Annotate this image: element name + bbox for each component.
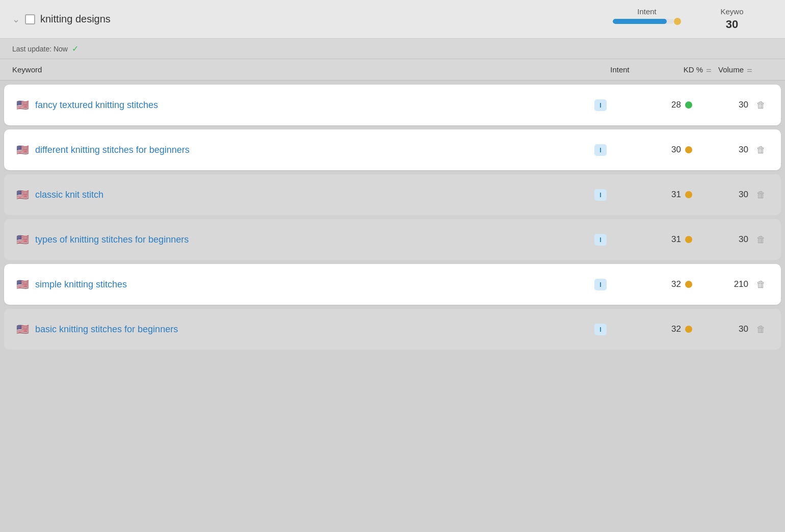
row-delete-cell: 🗑 [753,188,769,202]
intent-badge: I [594,144,607,156]
flag-icon: 🇺🇸 [16,233,29,246]
row-keyword-cell: 🇺🇸 fancy textured knitting stitches [16,99,570,111]
delete-button[interactable]: 🗑 [754,188,768,202]
intent-bar-fill [613,19,667,24]
row-delete-cell: 🗑 [753,232,769,247]
kd-dot [685,146,692,153]
intent-bar-dot [674,18,681,25]
row-kd-cell: 31 [631,234,692,245]
row-kd-cell: 32 [631,279,692,289]
intent-badge: I [594,234,607,246]
volume-col-header[interactable]: Volume ⚌ [712,65,773,74]
flag-icon: 🇺🇸 [16,323,29,335]
volume-filter-icon[interactable]: ⚌ [747,66,752,73]
rows-container: 🇺🇸 fancy textured knitting stitches I 28… [0,81,785,358]
table-row: 🇺🇸 simple knitting stitches I 32 210 🗑 [4,264,781,305]
row-intent-cell: I [570,234,631,246]
kd-filter-icon[interactable]: ⚌ [706,66,712,73]
row-volume-cell: 30 [692,100,753,110]
row-volume-cell: 30 [692,234,753,245]
table-row: 🇺🇸 fancy textured knitting stitches I 28… [4,85,781,125]
page-title: knitting designs [40,13,111,25]
row-intent-cell: I [570,324,631,335]
row-intent-cell: I [570,279,631,290]
header-left: ⌄ knitting designs [12,13,613,25]
row-delete-cell: 🗑 [753,98,769,113]
flag-icon: 🇺🇸 [16,99,29,111]
delete-button[interactable]: 🗑 [754,98,768,113]
status-bar: Last update: Now ✓ [0,39,785,59]
intent-badge: I [594,324,607,335]
row-delete-cell: 🗑 [753,277,769,292]
keyword-link[interactable]: different knitting stitches for beginner… [35,145,190,155]
kd-dot [685,236,692,243]
table-row: 🇺🇸 classic knit stitch I 31 30 🗑 [4,174,781,215]
row-volume-cell: 30 [692,190,753,200]
keyword-link[interactable]: simple knitting stitches [35,279,127,290]
keyword-link[interactable]: fancy textured knitting stitches [35,100,158,111]
keyword-link[interactable]: basic knitting stitches for beginners [35,324,178,335]
delete-button[interactable]: 🗑 [754,277,768,292]
chevron-down-icon[interactable]: ⌄ [12,14,20,25]
keyword-col-label: Keywo [720,7,743,16]
keyword-count-value: 30 [726,18,738,31]
intent-column-header: Intent [613,7,681,25]
row-keyword-cell: 🇺🇸 classic knit stitch [16,189,570,201]
row-delete-cell: 🗑 [753,143,769,157]
row-kd-cell: 31 [631,190,692,200]
keyword-count-col: Keywo 30 [712,7,752,31]
kd-dot [685,191,692,198]
row-keyword-cell: 🇺🇸 basic knitting stitches for beginners [16,323,570,335]
kd-dot [685,326,692,333]
kd-dot [685,281,692,288]
row-kd-cell: 30 [631,145,692,155]
row-intent-cell: I [570,189,631,201]
intent-badge: I [594,99,607,111]
intent-badge: I [594,189,607,201]
keyword-link[interactable]: types of knitting stitches for beginners [35,234,189,245]
row-kd-cell: 32 [631,324,692,334]
kd-dot [685,101,692,109]
row-volume-cell: 210 [692,279,753,289]
intent-label: Intent [637,7,657,16]
table-row: 🇺🇸 types of knitting stitches for beginn… [4,219,781,260]
delete-button[interactable]: 🗑 [754,322,768,337]
row-keyword-cell: 🇺🇸 simple knitting stitches [16,278,570,290]
intent-bar-container [613,18,681,25]
row-intent-cell: I [570,144,631,156]
delete-button[interactable]: 🗑 [754,143,768,157]
select-all-checkbox[interactable] [25,14,35,24]
column-headers: Keyword Intent KD % ⚌ Volume ⚌ [0,59,785,81]
header-right: Intent Keywo 30 [613,7,773,31]
last-update-text: Last update: Now [12,45,68,53]
row-kd-cell: 28 [631,100,692,110]
row-delete-cell: 🗑 [753,322,769,337]
table-row: 🇺🇸 basic knitting stitches for beginners… [4,309,781,350]
row-keyword-cell: 🇺🇸 different knitting stitches for begin… [16,144,570,156]
row-volume-cell: 30 [692,145,753,155]
delete-button[interactable]: 🗑 [754,232,768,247]
top-header: ⌄ knitting designs Intent Keywo 30 [0,0,785,39]
table-row: 🇺🇸 different knitting stitches for begin… [4,129,781,170]
flag-icon: 🇺🇸 [16,144,29,156]
flag-icon: 🇺🇸 [16,189,29,201]
check-icon: ✓ [72,44,78,54]
row-keyword-cell: 🇺🇸 types of knitting stitches for beginn… [16,233,570,246]
intent-col-header: Intent [589,65,650,74]
intent-progress-bar [613,19,674,24]
keyword-link[interactable]: classic knit stitch [35,190,103,200]
kd-col-header[interactable]: KD % ⚌ [650,65,712,74]
row-volume-cell: 30 [692,324,753,334]
flag-icon: 🇺🇸 [16,278,29,290]
keyword-col-header: Keyword [12,65,589,74]
row-intent-cell: I [570,99,631,111]
intent-badge: I [594,279,607,290]
